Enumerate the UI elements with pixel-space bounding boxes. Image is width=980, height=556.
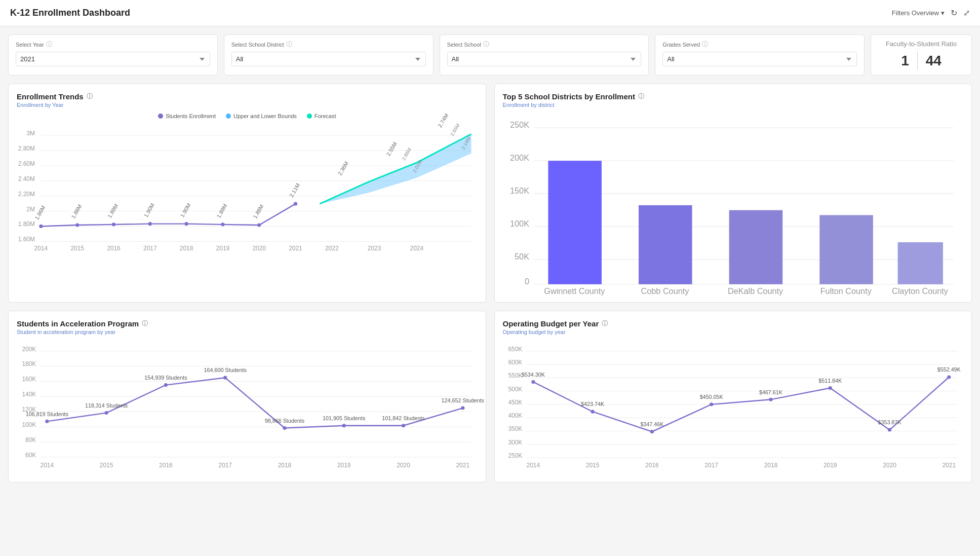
school-info-icon[interactable]: ⓘ	[483, 40, 489, 49]
svg-text:2023: 2023	[368, 245, 381, 252]
filters-overview-button[interactable]: Filters Overview ▾	[892, 9, 945, 17]
svg-rect-69	[819, 215, 873, 284]
svg-text:250K: 250K	[510, 120, 529, 129]
svg-text:$534.30K: $534.30K	[521, 372, 545, 378]
grades-select[interactable]: All K-5 6-8 9-12	[662, 52, 857, 66]
year-filter-label: Select Year ⓘ	[16, 40, 210, 49]
top5-title: Top 5 School Districts by Enrollment ⓘ	[503, 92, 964, 101]
svg-text:140K: 140K	[22, 391, 36, 398]
svg-text:550K: 550K	[508, 372, 522, 379]
acceleration-subtitle: Student in acceleration program by year	[17, 329, 478, 335]
svg-text:2.80M: 2.80M	[18, 145, 35, 152]
svg-text:Cobb County: Cobb County	[641, 286, 689, 295]
svg-text:160K: 160K	[22, 376, 36, 383]
svg-text:2017: 2017	[218, 462, 232, 469]
svg-point-21	[184, 222, 188, 226]
svg-text:50K: 50K	[515, 252, 529, 261]
enrollment-subtitle: Enrollment by Year	[17, 102, 478, 108]
svg-text:350K: 350K	[508, 426, 522, 433]
year-select[interactable]: 2021 2020 2019 2018	[16, 52, 210, 66]
school-select[interactable]: All	[447, 52, 642, 66]
svg-text:Clayton County: Clayton County	[891, 286, 948, 295]
year-info-icon[interactable]: ⓘ	[46, 40, 52, 49]
charts-grid: Enrollment Trends ⓘ Enrollment by Year S…	[8, 84, 972, 483]
acceleration-info-icon[interactable]: ⓘ	[142, 319, 148, 328]
grades-info-icon[interactable]: ⓘ	[702, 40, 708, 49]
top5-info-icon[interactable]: ⓘ	[638, 92, 644, 101]
school-filter-card: Select School ⓘ All	[440, 34, 649, 76]
app-header: K-12 Enrollment Dashboard Filters Overvi…	[0, 0, 980, 26]
svg-text:$353.87K: $353.87K	[878, 420, 901, 426]
budget-title: Operating Budget per Year ⓘ	[503, 319, 964, 328]
svg-point-132	[591, 410, 594, 414]
svg-text:250K: 250K	[508, 452, 522, 459]
svg-text:2018: 2018	[180, 245, 193, 252]
svg-text:400K: 400K	[508, 412, 522, 419]
svg-rect-67	[729, 210, 782, 284]
enrollment-trends-title: Enrollment Trends ⓘ	[17, 92, 478, 101]
top5-subtitle: Enrollment by district	[503, 102, 964, 108]
svg-text:98,866 Students: 98,866 Students	[265, 418, 304, 424]
district-select[interactable]: All Gwinnett County Cobb County DeKalb C…	[231, 52, 426, 66]
year-filter-card: Select Year ⓘ 2021 2020 2019 2018	[8, 34, 218, 76]
svg-text:$450.05K: $450.05K	[699, 394, 723, 400]
svg-text:124,652 Students: 124,652 Students	[442, 398, 484, 404]
svg-text:Fulton County: Fulton County	[820, 286, 872, 295]
svg-text:2016: 2016	[107, 245, 121, 252]
ratio-values: 1 44	[901, 52, 942, 70]
svg-point-23	[257, 223, 261, 227]
svg-text:2014: 2014	[526, 462, 540, 469]
svg-text:Gwinnett County: Gwinnett County	[544, 286, 605, 295]
svg-text:2.86M: 2.86M	[401, 147, 412, 162]
svg-text:164,600 Students: 164,600 Students	[204, 367, 247, 374]
svg-text:2016: 2016	[159, 462, 173, 469]
enrollment-info-icon[interactable]: ⓘ	[87, 92, 93, 101]
svg-point-20	[148, 222, 152, 226]
grades-filter-label: Grades Served ⓘ	[662, 40, 857, 49]
svg-text:2020: 2020	[397, 462, 410, 469]
svg-rect-71	[897, 242, 943, 284]
svg-text:2015: 2015	[585, 462, 599, 469]
legend-bounds: Upper and Lower Bounds	[226, 113, 297, 119]
svg-text:2.36M: 2.36M	[337, 160, 349, 176]
svg-text:2021: 2021	[942, 462, 956, 469]
svg-point-95	[402, 424, 405, 427]
svg-text:60K: 60K	[25, 452, 36, 459]
svg-rect-65	[638, 205, 692, 284]
svg-text:1.60M: 1.60M	[18, 236, 35, 243]
svg-text:2018: 2018	[764, 462, 777, 469]
svg-text:2017: 2017	[143, 245, 157, 252]
svg-point-90	[105, 411, 108, 415]
svg-point-135	[769, 398, 772, 401]
svg-point-94	[342, 424, 346, 427]
svg-text:2M: 2M	[26, 206, 35, 213]
legend-forecast-dot	[307, 114, 312, 119]
svg-text:2.40M: 2.40M	[18, 175, 35, 182]
svg-text:2019: 2019	[216, 245, 230, 252]
enrollment-legend: Students Enrollment Upper and Lower Boun…	[17, 113, 478, 119]
budget-card: Operating Budget per Year ⓘ Operating bu…	[494, 311, 972, 482]
svg-point-131	[531, 380, 535, 384]
expand-icon[interactable]: ⤢	[963, 8, 970, 18]
svg-text:1.88M: 1.88M	[70, 203, 83, 219]
svg-text:$467.61K: $467.61K	[759, 389, 782, 395]
budget-info-icon[interactable]: ⓘ	[602, 319, 608, 328]
svg-text:2020: 2020	[883, 462, 896, 469]
svg-point-92	[223, 376, 227, 380]
svg-point-138	[947, 376, 951, 379]
svg-text:$347.46K: $347.46K	[640, 421, 664, 427]
svg-text:118,314 Students: 118,314 Students	[85, 402, 128, 409]
svg-point-89	[45, 420, 49, 423]
ratio-right: 44	[926, 53, 942, 69]
svg-text:2018: 2018	[278, 462, 292, 469]
svg-point-134	[710, 403, 713, 406]
svg-text:600K: 600K	[508, 359, 522, 366]
svg-text:0: 0	[524, 277, 529, 286]
district-info-icon[interactable]: ⓘ	[286, 40, 292, 49]
svg-point-22	[221, 223, 224, 226]
svg-text:2014: 2014	[41, 462, 54, 469]
refresh-icon[interactable]: ↻	[951, 8, 957, 18]
legend-enroll-dot	[158, 114, 163, 119]
main-content: Select Year ⓘ 2021 2020 2019 2018 Select…	[0, 26, 980, 491]
acceleration-chart: 200K 180K 160K 140K 120K 100K 80K 60K	[17, 340, 478, 473]
